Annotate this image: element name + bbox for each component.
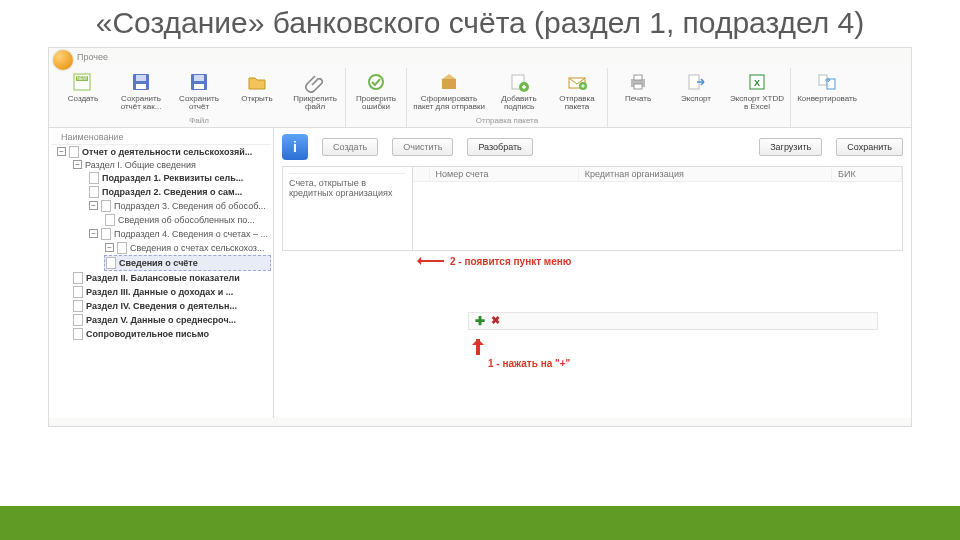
tree-sub-1-3[interactable]: −Подраздел 3. Сведения об обособ... [51,199,271,213]
ribbon-group-send: Сформировать пакет для отправки Добавить… [407,68,608,127]
tree-label: Подраздел 1. Реквизиты сель... [102,173,243,183]
send-label: Отправка пакета [550,95,604,113]
pack-button[interactable]: Сформировать пакет для отправки [409,68,489,115]
left-panel: Счета, открытые в кредитных организациях [283,167,413,250]
tree-section-3[interactable]: Раздел III. Данные о доходах и ... [51,285,271,299]
action-row: i Создать Очистить Разобрать Загрузить С… [282,134,903,160]
save-button[interactable]: Сохранить отчёт [171,68,227,115]
tree-root[interactable]: −Отчет о деятельности сельскохозяй... [51,145,271,159]
btn-clear[interactable]: Очистить [392,138,453,156]
package-icon [437,70,461,94]
check-button[interactable]: Проверить ошибки [348,68,404,115]
svg-rect-8 [194,84,204,89]
page-icon [105,214,115,226]
tree-label: Сведения о счетах сельскохоз... [130,243,264,253]
left-header [289,171,406,174]
svg-rect-7 [194,75,204,81]
btn-load[interactable]: Загрузить [759,138,822,156]
convert-icon [815,70,839,94]
tree-section-4[interactable]: Раздел IV. Сведения о деятельн... [51,299,271,313]
pack-label: Сформировать пакет для отправки [410,95,488,113]
tree-section-2[interactable]: Раздел II. Балансовые показатели [51,271,271,285]
tree-sub-1-1[interactable]: Подраздел 1. Реквизиты сель... [51,171,271,185]
collapse-icon[interactable]: − [89,201,98,210]
collapse-icon[interactable]: − [89,229,98,238]
btn-create[interactable]: Создать [322,138,378,156]
convert-button[interactable]: Конвертировать [793,68,861,115]
btn-save[interactable]: Сохранить [836,138,903,156]
tree-leaf-account-selected[interactable]: Сведения о счёте [104,255,271,271]
export-xtdd-label: Экспорт XTDD в Excel [727,95,787,113]
tree-sub-1-4[interactable]: −Подраздел 4. Сведения о счетах – ... [51,227,271,241]
tree-label: Раздел I. Общие сведения [85,160,196,170]
sign-button[interactable]: Добавить подпись [491,68,547,115]
tree-pane: Наименование −Отчет о деятельности сельс… [49,128,274,418]
annotation-1-arrow-icon [472,333,484,355]
export-button[interactable]: Экспорт [668,68,724,115]
group-file-title: Файл [189,116,209,125]
svg-point-9 [369,75,383,89]
app-orb-icon[interactable] [53,50,73,70]
page-icon [73,286,83,298]
tree-section-1[interactable]: −Раздел I. Общие сведения [51,159,271,171]
tree-section-5[interactable]: Раздел V. Данные о среднесроч... [51,313,271,327]
save-label: Сохранить отчёт [172,95,226,113]
row-toolbar: ✚ ✖ [468,312,878,330]
collapse-icon[interactable]: − [105,243,114,252]
check-label: Проверить ошибки [349,95,403,113]
send-button[interactable]: Отправка пакета [549,68,605,115]
annotation-1: 1 - нажать на "+" [488,358,570,369]
tree-label: Раздел III. Данные о доходах и ... [86,287,233,297]
save-as-label: Сохранить отчёт как... [114,95,168,113]
page-icon [73,328,83,340]
export-icon [684,70,708,94]
page-icon [73,300,83,312]
sign-label: Добавить подпись [492,95,546,113]
open-button[interactable]: Открыть [229,68,285,115]
col-account-number[interactable]: Номер счета [429,167,578,182]
menu-item-other[interactable]: Прочее [77,52,108,62]
page-icon [89,186,99,198]
tree-sub-1-2[interactable]: Подраздел 2. Сведения о сам... [51,185,271,199]
svg-rect-17 [634,84,642,89]
page-icon [106,257,116,269]
print-button[interactable]: Печать [610,68,666,115]
tree-leaf-4a[interactable]: −Сведения о счетах сельскохоз... [51,241,271,255]
tree-label: Отчет о деятельности сельскохозяй... [82,147,252,157]
tree-cover-letter[interactable]: Сопроводительное письмо [51,327,271,341]
page-icon [73,314,83,326]
content-pane: i Создать Очистить Разобрать Загрузить С… [274,128,911,418]
page-icon [101,200,111,212]
add-sign-icon [507,70,531,94]
slide-footer-bar [0,506,960,540]
tree-leaf-3a[interactable]: Сведения об обособленных по... [51,213,271,227]
svg-rect-4 [136,75,146,81]
convert-label: Конвертировать [797,95,857,113]
menubar: Прочее [49,48,911,66]
col-bik[interactable]: БИК [832,167,902,182]
tree-label: Раздел V. Данные о среднесроч... [86,315,236,325]
check-icon [364,70,388,94]
add-row-icon[interactable]: ✚ [475,314,485,328]
create-button[interactable]: NEW Создать [55,68,111,115]
tree-label: Подраздел 2. Сведения о сам... [102,187,242,197]
page-icon [101,228,111,240]
svg-rect-16 [634,75,642,80]
col-blank [413,167,429,182]
page-icon [89,172,99,184]
collapse-icon[interactable]: − [57,147,66,156]
col-credit-org[interactable]: Кредитная организация [578,167,831,182]
send-icon [565,70,589,94]
tree-label: Раздел IV. Сведения о деятельн... [86,301,237,311]
create-label: Создать [68,95,98,113]
excel-icon: X [745,70,769,94]
attach-button[interactable]: Прикрепить файл [287,68,343,115]
delete-row-icon[interactable]: ✖ [491,314,500,327]
save-icon [187,70,211,94]
save-as-button[interactable]: Сохранить отчёт как... [113,68,169,115]
btn-parse[interactable]: Разобрать [467,138,532,156]
page-icon [117,242,127,254]
tree-header: Наименование [51,130,271,145]
export-xtdd-button[interactable]: X Экспорт XTDD в Excel [726,68,788,115]
collapse-icon[interactable]: − [73,160,82,169]
